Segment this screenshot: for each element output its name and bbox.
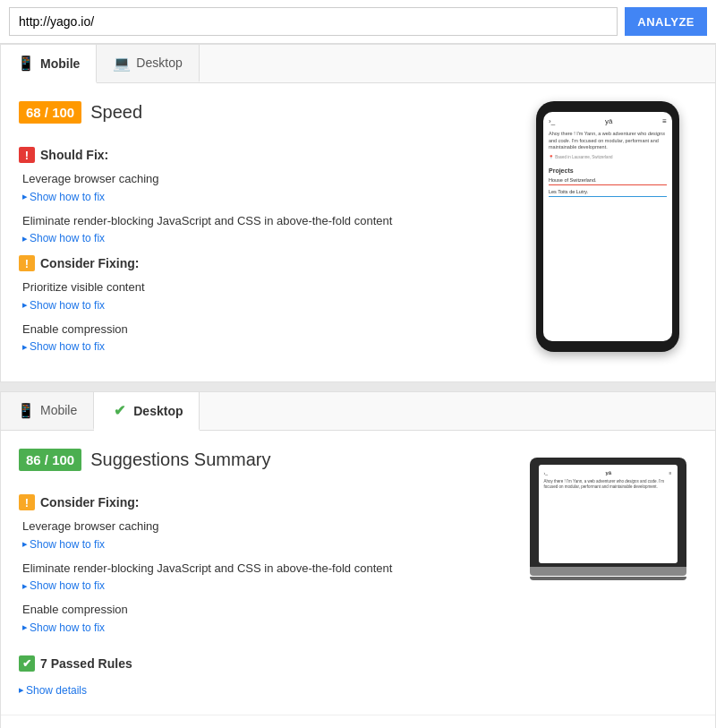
rule-render-blocking-desktop: Eliminate render-blocking JavaScript and… xyxy=(19,561,500,593)
rule-render-blocking: Eliminate render-blocking JavaScript and… xyxy=(19,214,500,245)
top-bar: ANALYZE xyxy=(0,0,716,44)
phone-location: 📍 Based in Lausanne, Switzerland xyxy=(549,155,667,160)
laptop-terminal-icon: ›_ xyxy=(544,470,548,475)
tab-desktop-bottom-label: Desktop xyxy=(133,404,183,418)
mobile-score-title: Speed xyxy=(90,102,142,123)
show-fix-visible-content[interactable]: Show how to fix xyxy=(22,299,105,312)
consider-fix-icon-desktop: ! xyxy=(19,494,35,510)
passed-rules-icon: ✔ xyxy=(19,655,35,672)
laptop-top-bar: ›_ yā ≡ xyxy=(544,470,672,475)
laptop-base xyxy=(530,567,686,576)
consider-fix-header-mobile: ! Consider Fixing: xyxy=(19,255,500,271)
phone-mockup: ›_ yā ≡ Ahoy there ! I'm Yann, a web adv… xyxy=(536,101,679,352)
laptop-foot xyxy=(530,577,686,580)
phone-icon: 📱 xyxy=(17,55,35,73)
tab-mobile-bottom-label: Mobile xyxy=(40,403,77,417)
desktop-score-badge: 86 / 100 Suggestions Summary xyxy=(19,449,270,471)
tab-desktop-top[interactable]: 💻 Desktop xyxy=(97,45,199,82)
rule-visible-content: Prioritize visible content Show how to f… xyxy=(19,280,500,312)
phone-screen: ›_ yā ≡ Ahoy there ! I'm Yann, a web adv… xyxy=(543,112,672,341)
phone-project-2: Les Toits de Lutry. xyxy=(549,189,667,197)
desktop-score-title: Suggestions Summary xyxy=(90,450,270,470)
phone-body-text: Ahoy there ! I'm Yann, a web adventurer … xyxy=(549,131,667,151)
show-fix-render-blocking-desktop[interactable]: Show how to fix xyxy=(22,579,105,592)
desktop-left: 86 / 100 Suggestions Summary ! Consider … xyxy=(19,449,518,697)
consider-fix-label-desktop: Consider Fixing: xyxy=(40,495,139,510)
rule-compression-desktop-title: Enable compression xyxy=(22,603,500,616)
show-fix-leverage-cache[interactable]: Show how to fix xyxy=(22,191,105,203)
phone-menu-icon: ≡ xyxy=(662,117,667,125)
phone-icon-bottom: 📱 xyxy=(17,401,35,419)
show-fix-compression-mobile[interactable]: Show how to fix xyxy=(22,340,105,353)
should-fix-icon: ! xyxy=(19,147,35,163)
rule-visible-content-title: Prioritize visible content xyxy=(22,280,500,294)
laptop-body-text: Ahoy there ! I'm Yann, a web adventurer … xyxy=(544,479,672,491)
rule-leverage-cache-title: Leverage browser caching xyxy=(22,172,500,185)
laptop-screen: ›_ yā ≡ Ahoy there ! I'm Yann, a web adv… xyxy=(539,465,678,563)
desktop-panel: 📱 Mobile ✔ Desktop 86 / 100 Suggestions … xyxy=(0,391,716,728)
phone-project-1: House of Switzerland. xyxy=(549,177,667,185)
phone-top-bar: ›_ yā ≡ xyxy=(549,117,667,125)
mobile-left: 68 / 100 Speed ! Should Fix: Leverage br… xyxy=(19,101,518,364)
rule-leverage-cache-desktop-title: Leverage browser caching xyxy=(22,519,500,533)
consider-fix-icon-mobile: ! xyxy=(19,255,35,271)
passed-rules-label: 7 Passed Rules xyxy=(40,656,132,671)
tab-mobile-bottom[interactable]: 📱 Mobile xyxy=(1,392,94,430)
laptop-menu-icon: ≡ xyxy=(669,470,672,475)
phone-logo: yā xyxy=(605,117,612,125)
show-details-link[interactable]: Show details xyxy=(19,684,500,697)
show-fix-compression-desktop[interactable]: Show how to fix xyxy=(22,621,105,634)
tab-desktop-bottom[interactable]: ✔ Desktop xyxy=(94,392,200,431)
passed-rules-header: ✔ 7 Passed Rules xyxy=(19,655,500,672)
passed-rules-section: ✔ 7 Passed Rules Show details xyxy=(19,647,500,697)
analyze-button[interactable]: ANALYZE xyxy=(625,7,707,36)
tab-mobile-label: Mobile xyxy=(40,56,80,71)
footer-note: *The results are cached for 30s. If you … xyxy=(1,715,715,729)
mobile-panel: 📱 Mobile 💻 Desktop 68 / 100 Speed ! Shou… xyxy=(0,44,716,382)
laptop-outer: ›_ yā ≡ Ahoy there ! I'm Yann, a web adv… xyxy=(530,458,686,567)
tab-bar-desktop: 📱 Mobile ✔ Desktop xyxy=(1,392,715,431)
tab-bar-mobile: 📱 Mobile 💻 Desktop xyxy=(1,45,715,83)
should-fix-label: Should Fix: xyxy=(40,148,108,162)
mobile-right: ›_ yā ≡ Ahoy there ! I'm Yann, a web adv… xyxy=(518,101,697,364)
rule-leverage-cache: Leverage browser caching Show how to fix xyxy=(19,172,500,203)
rule-compression-desktop: Enable compression Show how to fix xyxy=(19,603,500,634)
tab-mobile[interactable]: 📱 Mobile xyxy=(1,45,97,83)
desktop-check-icon: ✔ xyxy=(110,402,128,420)
show-fix-leverage-cache-desktop[interactable]: Show how to fix xyxy=(22,538,105,551)
mobile-score-badge: 68 / 100 Speed xyxy=(19,101,142,124)
rule-compression-mobile-title: Enable compression xyxy=(22,322,500,336)
desktop-content: 86 / 100 Suggestions Summary ! Consider … xyxy=(1,431,715,715)
url-input[interactable] xyxy=(9,7,618,36)
consider-fix-label-mobile: Consider Fixing: xyxy=(40,256,139,270)
phone-projects-label: Projects xyxy=(549,167,667,174)
show-fix-render-blocking[interactable]: Show how to fix xyxy=(22,232,105,244)
panel-divider xyxy=(0,382,716,391)
desktop-right: ›_ yā ≡ Ahoy there ! I'm Yann, a web adv… xyxy=(518,449,697,697)
laptop-logo: yā xyxy=(605,470,611,475)
phone-terminal-icon: ›_ xyxy=(549,117,555,125)
tab-desktop-top-label: Desktop xyxy=(136,56,182,70)
rule-render-blocking-desktop-title: Eliminate render-blocking JavaScript and… xyxy=(22,561,500,575)
mobile-content: 68 / 100 Speed ! Should Fix: Leverage br… xyxy=(1,83,715,381)
desktop-score: 86 / 100 xyxy=(19,449,81,471)
should-fix-header: ! Should Fix: xyxy=(19,147,500,163)
rule-leverage-cache-desktop: Leverage browser caching Show how to fix xyxy=(19,519,500,551)
consider-fix-header-desktop: ! Consider Fixing: xyxy=(19,494,500,510)
laptop-mockup: ›_ yā ≡ Ahoy there ! I'm Yann, a web adv… xyxy=(530,458,686,580)
desktop-icon-top: 💻 xyxy=(113,54,131,72)
rule-compression-mobile: Enable compression Show how to fix xyxy=(19,322,500,354)
rule-render-blocking-title: Eliminate render-blocking JavaScript and… xyxy=(22,214,500,227)
mobile-score: 68 / 100 xyxy=(19,101,81,124)
